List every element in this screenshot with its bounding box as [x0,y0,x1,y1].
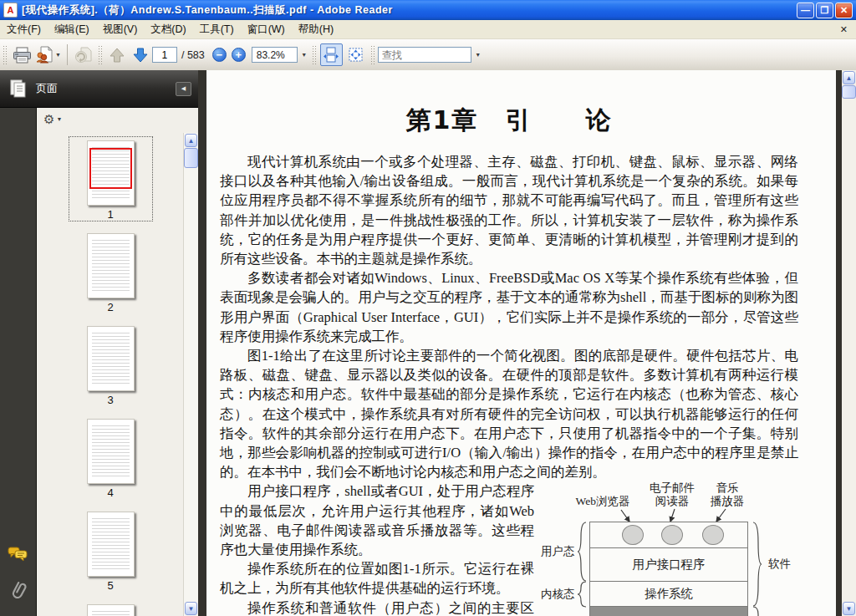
thumbnails-options-bar: ⚙ ▼ [37,108,198,130]
thumbnail-image[interactable] [87,233,135,298]
caret-down-icon[interactable]: ▼ [56,116,62,122]
thumbnails-scrollbar[interactable]: ▲ ▼ [183,133,198,616]
scrollbar-thumb[interactable] [842,85,856,99]
restore-icon: ❐ [821,6,829,15]
scroll-down-button[interactable]: ▼ [185,602,197,615]
caret-down-icon: ▼ [55,52,61,58]
menu-window[interactable]: 窗口(W) [241,21,292,38]
menu-view[interactable]: 视图(V) [96,21,145,38]
scroll-up-button[interactable]: ▲ [185,134,197,147]
adobe-reader-window: A [现代操作系统].（荷）Andrew.S.Tanenbaum..扫描版.pd… [0,0,856,616]
scroll-down-icon: ▼ [188,605,195,613]
find-dropdown-button[interactable]: ▼ [471,43,483,67]
previous-page-button[interactable] [105,43,129,67]
caret-down-icon: ▼ [475,52,481,58]
arrow-down-icon [132,47,149,64]
attachments-paperclip-icon[interactable] [8,579,28,604]
thumbnail-preview [92,611,130,616]
title-bar[interactable]: A [现代操作系统].（荷）Andrew.S.Tanenbaum..扫描版.pd… [0,0,856,20]
collapse-panel-button[interactable]: ◀ [176,82,191,96]
thumbnail-page-5[interactable]: 5 [69,507,153,593]
pages-panel-title: 页面 [36,81,176,96]
figure-band-ui-program: 用户接口程序 [589,547,748,582]
brace [577,581,588,608]
thumbnail-number: 5 [107,579,113,592]
menu-help[interactable]: 帮助(H) [292,21,340,38]
scroll-down-button[interactable]: ▼ [843,602,855,615]
zoom-dropdown-button[interactable]: ▼ [298,43,309,67]
pages-icon[interactable] [0,79,36,99]
arrow-up-icon [109,47,125,64]
page-view-indicator[interactable] [89,148,132,189]
sync-icon [74,46,94,64]
thumbnail-page-3[interactable]: 3 [69,322,153,407]
caret-down-icon: ▼ [301,52,307,58]
toolbar-grip[interactable] [98,45,102,65]
menu-tools[interactable]: 工具(T) [193,21,241,38]
toolbar-grip[interactable] [370,45,374,65]
thumbnail-page-1[interactable]: 1 [69,136,153,221]
fit-page-icon [348,47,364,63]
toolbar-grip[interactable] [3,45,7,65]
page-number-input[interactable] [152,47,177,63]
scrollbar-thumb[interactable] [184,148,198,168]
find-input[interactable] [378,47,471,63]
page-content: 第1章 引 论 现代计算机系统由一个或多个处理器、主存、磁盘、打印机、键盘、鼠标… [220,70,798,616]
document-view[interactable]: 第1章 引 论 现代计算机系统由一个或多个处理器、主存、磁盘、打印机、键盘、鼠标… [198,70,842,616]
menubar-close-icon[interactable]: ✕ [832,24,856,35]
paragraph: 操作系统所在的位置如图1-1所示。它运行在裸机之上，为所有其他软件提供基础的运行… [220,559,534,598]
chapter-heading: 第1章 引 论 [220,70,798,138]
scroll-up-icon: ▲ [188,137,195,145]
figure-label-software: 软件 [768,557,791,572]
left-column: 用户接口程序，shell或者GUI，处于用户态程序中的最低层次，允许用户运行其他… [220,481,534,616]
scroll-up-button[interactable]: ▲ [843,71,855,84]
figure-band-os: 操作系统 [589,581,748,607]
zoom-out-button[interactable]: − [212,48,227,62]
paragraph: 多数读者都会对诸如Windows、Linux、FreeBSD或Mac OS X等… [220,268,798,346]
brace [577,522,588,582]
sync-button-disabled[interactable] [72,43,95,67]
thumbnail-image[interactable] [87,512,135,577]
thumbnail-page-2[interactable]: 2 [69,229,153,314]
close-button[interactable]: ✕ [835,3,853,18]
scroll-up-icon: ▲ [846,74,853,82]
minimize-button[interactable]: — [797,3,814,18]
scroll-down-icon: ▼ [846,605,853,613]
collaborate-button[interactable]: ▼ [33,43,63,67]
document-scrollbar[interactable]: ▲ ▼ [842,70,856,616]
figure-1-1-diagram: Web浏览器 电子邮件 阅读器 音乐 播放器 [541,481,800,616]
minimize-icon: — [801,6,810,15]
thumbnail-number: 1 [107,208,113,221]
comments-icon[interactable] [8,546,28,566]
figure-column: Web浏览器 电子邮件 阅读器 音乐 播放器 [534,481,800,616]
printer-icon [13,47,32,64]
scrolling-mode-button[interactable] [320,43,343,66]
paragraph: 操作系统和普通软件（用户态）之间的主要区别是，如果用户不喜欢某个特定的电子邮件阅… [220,598,534,616]
two-column-section: 用户接口程序，shell或者GUI，处于用户态程序中的最低层次，允许用户运行其他… [220,481,798,616]
zoom-in-button[interactable]: + [232,48,246,62]
page-count-label: / 583 [181,49,205,61]
thumbnail-preview [92,240,130,293]
plus-icon: + [235,49,242,60]
thumbnail-image[interactable] [87,140,135,206]
zoom-level-display[interactable]: 83.2% [252,47,298,63]
print-button[interactable] [10,43,33,67]
menu-file[interactable]: 文件(F) [0,21,48,38]
thumbnail-image[interactable] [87,604,135,616]
pages-panel-header: 页面 ◀ [0,70,198,108]
thumbnail-page-4[interactable]: 4 [69,415,153,500]
menu-document[interactable]: 文档(D) [144,21,192,38]
toolbar-grip[interactable] [312,45,316,65]
restore-button[interactable]: ❐ [816,3,833,18]
gear-icon[interactable]: ⚙ [43,113,54,125]
collaborate-document-icon [35,46,54,64]
fit-page-button[interactable] [344,43,367,66]
figure-label-user-mode: 用户态 [541,544,575,559]
next-page-button[interactable] [129,43,152,67]
menu-edit[interactable]: 编辑(E) [48,21,96,38]
thumbnail-page-6[interactable]: 6 [69,600,153,616]
thumbnail-list: 1 2 3 4 [37,133,184,616]
thumbnail-image[interactable] [87,419,135,484]
figure-band-hardware [589,606,748,616]
thumbnail-image[interactable] [87,326,135,391]
